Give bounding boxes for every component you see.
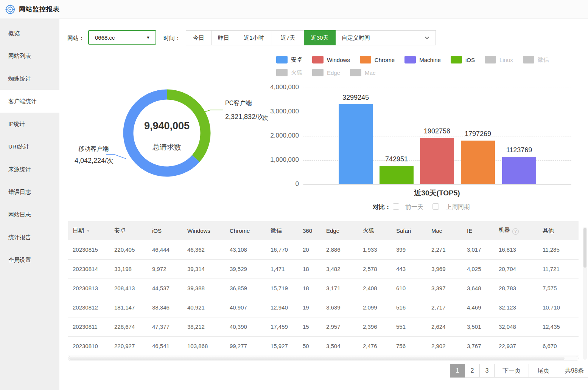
- cell-Safari: 443: [392, 259, 427, 279]
- cell-火狐: 1,933: [358, 240, 392, 259]
- sidebar-item-网站列表[interactable]: 网站列表: [0, 45, 59, 67]
- column-header-Mac: Mac: [427, 221, 462, 240]
- cell-安卓: 181,147: [110, 298, 148, 317]
- cell-Windows: 40,921: [183, 298, 225, 317]
- y-axis-tick-label: 0: [269, 180, 299, 188]
- help-icon[interactable]: ?: [512, 228, 519, 235]
- next-page-button[interactable]: 下一页: [494, 364, 529, 378]
- legend-item-Machine[interactable]: Machine: [404, 56, 441, 63]
- custom-time-label: 自定义时间: [342, 34, 370, 42]
- cell-其他: 12,435: [538, 317, 579, 336]
- sidebar-item-网站日志[interactable]: 网站日志: [0, 203, 59, 226]
- sidebar-item-蜘蛛统计[interactable]: 蜘蛛统计: [0, 67, 59, 90]
- legend-item-Linux[interactable]: Linux: [485, 56, 513, 63]
- cell-IE: 3,017: [462, 240, 494, 259]
- page: 网站监控报表 概览网站列表蜘蛛统计客户端统计IP统计URI统计来源统计错误日志网…: [0, 0, 588, 390]
- cell-火狐: 2,578: [358, 259, 392, 279]
- sidebar-item-全局设置[interactable]: 全局设置: [0, 249, 59, 271]
- cell-日期: 20230812: [68, 298, 110, 317]
- cell-微信: 15,927: [266, 336, 298, 356]
- column-header-Chrome: Chrome: [225, 221, 266, 240]
- custom-time-chevron-icon: [425, 34, 429, 39]
- sort-caret-icon[interactable]: ▼: [86, 229, 90, 233]
- cell-Edge: 3,171: [322, 279, 358, 298]
- client-stats-table: 日期▼安卓iOSWindowsChrome微信360Edge火狐SafariMa…: [68, 221, 579, 356]
- sidebar-item-统计报告[interactable]: 统计报告: [0, 226, 59, 249]
- custom-time-select[interactable]: 自定义时间: [335, 30, 436, 45]
- column-header-label: 机器: [499, 226, 510, 233]
- cell-机器: 20,704: [494, 259, 538, 279]
- legend-label: Edge: [327, 70, 340, 76]
- legend-item-安卓[interactable]: 安卓: [276, 56, 302, 63]
- legend-item-Mac[interactable]: Mac: [350, 69, 375, 76]
- legend-swatch-Machine: [404, 56, 416, 63]
- cell-其他: 7,575: [538, 279, 579, 298]
- bar-value-label: 1123769: [493, 146, 546, 154]
- sidebar-item-IP统计[interactable]: IP统计: [0, 113, 59, 135]
- sidebar-item-概览[interactable]: 概览: [0, 22, 59, 45]
- bar-Chrome[interactable]: 1797269: [461, 141, 495, 184]
- table-row: 20230811228,67447,37738,21240,39017,4591…: [68, 317, 579, 336]
- table-horizontal-scrollbar[interactable]: [68, 356, 579, 361]
- column-header-日期[interactable]: 日期▼: [68, 221, 110, 240]
- time-button-近30天[interactable]: 近30天: [304, 30, 336, 45]
- legend-item-Chrome[interactable]: Chrome: [360, 56, 395, 63]
- page-button-1[interactable]: 1: [450, 364, 465, 378]
- donut-chart[interactable]: [123, 89, 211, 177]
- table-row: 20230815220,40546,44446,36243,10816,7702…: [68, 240, 579, 259]
- table-row: 2023081433,1989,97239,31439,5291,471183,…: [68, 259, 579, 279]
- column-header-label: 360: [303, 228, 312, 234]
- compare-checkbox-previous-day[interactable]: [393, 203, 399, 210]
- sidebar-item-错误日志[interactable]: 错误日志: [0, 181, 59, 203]
- legend-item-Edge[interactable]: Edge: [312, 69, 340, 76]
- column-header-label: 微信: [271, 227, 282, 234]
- legend-item-iOS[interactable]: iOS: [451, 56, 475, 63]
- compare-checkbox-last-week[interactable]: [432, 203, 439, 210]
- compare-option-previous-day[interactable]: 前一天: [405, 203, 423, 211]
- table-vertical-scrollbar-thumb[interactable]: [583, 228, 586, 268]
- cell-机器: 22,937: [494, 336, 538, 356]
- bar-Machine[interactable]: 1123769: [502, 157, 536, 184]
- table-vertical-scrollbar[interactable]: [583, 227, 587, 360]
- compare-option-last-week[interactable]: 上周同期: [446, 203, 470, 211]
- sidebar-item-URI统计[interactable]: URI统计: [0, 135, 59, 158]
- bar-value-label: 1797269: [451, 130, 504, 138]
- cell-微信: 15,719: [266, 279, 298, 298]
- cell-iOS: 38,346: [148, 298, 183, 317]
- time-button-近7天[interactable]: 近7天: [272, 30, 304, 45]
- legend-item-微信[interactable]: 微信: [523, 56, 549, 63]
- site-filter-label: 网站：: [67, 35, 84, 42]
- time-button-昨日[interactable]: 昨日: [211, 30, 236, 45]
- column-header-安卓: 安卓: [110, 221, 148, 240]
- sidebar-item-来源统计[interactable]: 来源统计: [0, 158, 59, 181]
- bar-iOS[interactable]: 742951: [380, 166, 414, 184]
- bar-Windows[interactable]: 1902758: [420, 138, 454, 184]
- cell-机器: 32,048: [494, 317, 538, 336]
- bar-安卓[interactable]: 3299245: [339, 104, 373, 184]
- cell-安卓: 220,927: [110, 336, 148, 356]
- site-select[interactable]: 0668.cc ▼: [88, 30, 156, 45]
- cell-iOS: 47,377: [148, 317, 183, 336]
- table-horizontal-scrollbar-thumb[interactable]: [69, 357, 565, 360]
- table-row: 20230810220,92746,541103,86899,27715,927…: [68, 336, 579, 356]
- time-button-近1小时[interactable]: 近1小时: [236, 30, 272, 45]
- bar-chart-plot: 3299245742951190275817972691123769: [303, 88, 571, 184]
- cell-Chrome: 40,907: [225, 298, 266, 317]
- legend-swatch-Windows: [312, 56, 324, 63]
- sidebar-item-客户端统计[interactable]: 客户端统计: [0, 90, 59, 113]
- y-axis-tick-label: 1,000,000: [269, 156, 299, 164]
- cell-Chrome: 40,390: [225, 317, 266, 336]
- legend-item-火狐[interactable]: 火狐: [276, 69, 302, 76]
- column-header-label: 安卓: [114, 227, 126, 234]
- cell-机器: 32,123: [494, 298, 538, 317]
- time-button-今日[interactable]: 今日: [186, 30, 212, 45]
- cell-Safari: 516: [392, 298, 427, 317]
- page-button-3[interactable]: 3: [479, 364, 495, 378]
- table-row: 20230812181,14738,34640,92140,90712,9401…: [68, 298, 579, 317]
- pagination: 123下一页尾页共98条: [450, 364, 588, 378]
- column-header-IE: IE: [462, 221, 494, 240]
- cell-Windows: 103,868: [183, 336, 225, 356]
- page-button-2[interactable]: 2: [465, 364, 480, 378]
- last-page-button[interactable]: 尾页: [529, 364, 558, 378]
- legend-item-Windows[interactable]: Windows: [312, 56, 350, 63]
